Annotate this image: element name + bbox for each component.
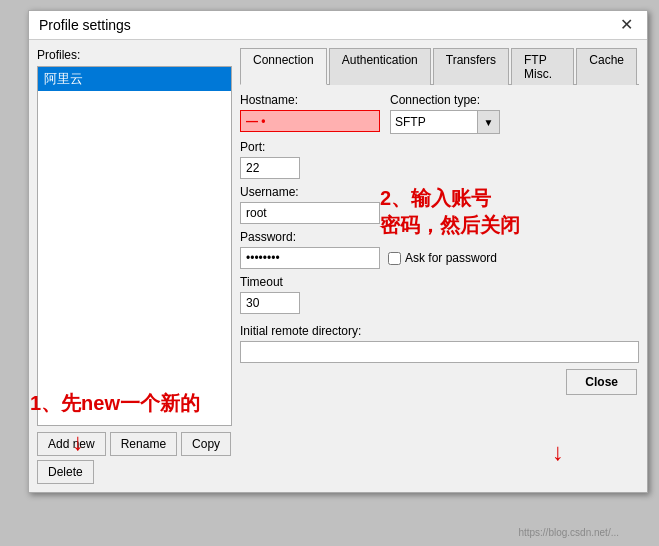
username-group: Username:	[240, 185, 639, 224]
timeout-input[interactable]	[240, 292, 300, 314]
ask-password-label[interactable]: Ask for password	[388, 251, 497, 265]
delete-button[interactable]: Delete	[37, 460, 94, 484]
hostname-input[interactable]	[240, 110, 380, 132]
conn-type-select[interactable]: SFTP FTP FTPS	[391, 112, 477, 132]
username-input[interactable]	[240, 202, 380, 224]
hostname-group: Hostname:	[240, 93, 380, 134]
profile-settings-dialog: Profile settings ✕ Profiles: 阿里云 Add new…	[28, 10, 648, 493]
ask-password-checkbox[interactable]	[388, 252, 401, 265]
username-label: Username:	[240, 185, 639, 199]
port-label: Port:	[240, 140, 639, 154]
bottom-close-row: Close	[240, 369, 639, 395]
timeout-group: Timeout	[240, 275, 639, 314]
tabs-bar: Connection Authentication Transfers FTP …	[240, 48, 639, 85]
right-panel: Connection Authentication Transfers FTP …	[240, 48, 639, 484]
hostname-label: Hostname:	[240, 93, 380, 107]
remote-dir-input[interactable]	[240, 341, 639, 363]
add-new-button[interactable]: Add new	[37, 432, 106, 456]
hostname-row: Hostname: Connection type: SFTP FTP FTPS…	[240, 93, 639, 134]
port-group: Port:	[240, 140, 639, 179]
tab-ftp-misc[interactable]: FTP Misc.	[511, 48, 574, 85]
dialog-title: Profile settings	[39, 17, 131, 33]
tab-authentication[interactable]: Authentication	[329, 48, 431, 85]
profiles-list[interactable]: 阿里云	[37, 66, 232, 426]
profile-item[interactable]: 阿里云	[38, 67, 231, 91]
remote-dir-label: Initial remote directory:	[240, 324, 639, 338]
tab-transfers[interactable]: Transfers	[433, 48, 509, 85]
dialog-body: Profiles: 阿里云 Add new Rename Copy Delete…	[29, 40, 647, 492]
timeout-label: Timeout	[240, 275, 639, 289]
profiles-label: Profiles:	[37, 48, 232, 62]
left-buttons-group: Add new Rename Copy Delete	[37, 432, 232, 484]
password-row: Ask for password	[240, 247, 639, 269]
remote-dir-group: Initial remote directory:	[240, 324, 639, 363]
port-input[interactable]	[240, 157, 300, 179]
dialog-close-button[interactable]: ✕	[616, 17, 637, 33]
watermark: https://blog.csdn.net/...	[518, 527, 619, 538]
conn-type-label: Connection type:	[390, 93, 500, 107]
password-label: Password:	[240, 230, 639, 244]
password-group: Password: Ask for password	[240, 230, 639, 269]
conn-type-select-wrap[interactable]: SFTP FTP FTPS ▼	[390, 110, 500, 134]
dropdown-arrow-icon: ▼	[477, 111, 499, 133]
password-input[interactable]	[240, 247, 380, 269]
copy-button[interactable]: Copy	[181, 432, 231, 456]
tab-connection[interactable]: Connection	[240, 48, 327, 85]
rename-button[interactable]: Rename	[110, 432, 177, 456]
dialog-titlebar: Profile settings ✕	[29, 11, 647, 40]
tab-cache[interactable]: Cache	[576, 48, 637, 85]
close-main-button[interactable]: Close	[566, 369, 637, 395]
left-panel: Profiles: 阿里云 Add new Rename Copy Delete	[37, 48, 232, 484]
conn-type-group: Connection type: SFTP FTP FTPS ▼	[390, 93, 500, 134]
